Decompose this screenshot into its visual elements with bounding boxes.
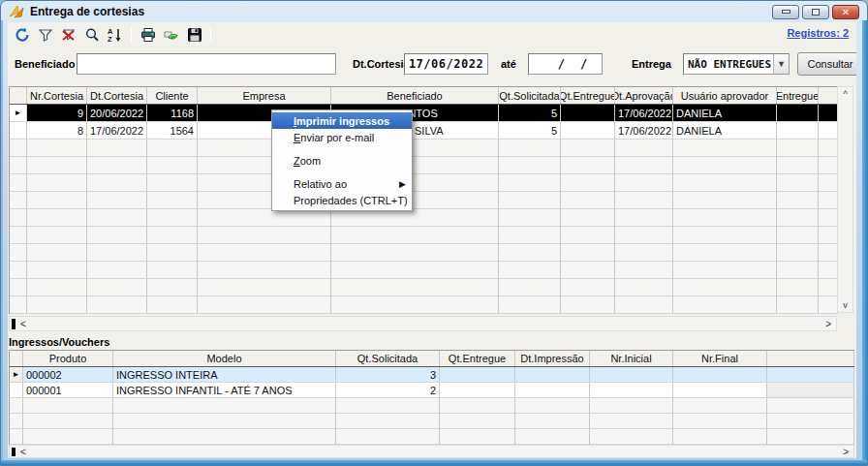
- column-header-nr-inicial[interactable]: Nr.Inicial: [590, 351, 673, 366]
- vouchers-horizontal-scrollbar[interactable]: < >: [9, 445, 854, 458]
- grid-cell: [515, 367, 590, 383]
- grid-cell: [767, 429, 854, 445]
- maximize-button[interactable]: [802, 5, 829, 19]
- column-header-qt-solicitada[interactable]: Qt.Solicitada: [336, 351, 440, 366]
- scroll-left-icon[interactable]: <: [16, 319, 31, 329]
- empty-row: [10, 414, 854, 429]
- filter-icon: [38, 27, 53, 43]
- clear-filter-button[interactable]: [58, 24, 78, 45]
- empty-row: [10, 279, 838, 296]
- column-header-qt-entregue[interactable]: Qt.Entregue: [440, 351, 515, 366]
- voucher-row-selected[interactable]: ► 000002 INGRESSO INTEIRA 3: [10, 367, 854, 383]
- send-email-icon: [164, 27, 179, 43]
- ate-date-input[interactable]: / /: [528, 53, 603, 75]
- column-header-entregue[interactable]: Entregue: [777, 87, 819, 104]
- menu-item-propriedades[interactable]: Propriedades (CTRL+T): [272, 192, 412, 208]
- dt-cortesia-input[interactable]: 17/06/2022: [404, 53, 488, 75]
- grid-cell: [87, 140, 147, 157]
- menu-separator: [274, 171, 410, 172]
- beneficiado-input[interactable]: [77, 53, 336, 75]
- grid-cell: [561, 296, 615, 314]
- menu-item-label: Propriedades (CTRL+T): [294, 195, 408, 206]
- column-header-dt-aprovacao[interactable]: Dt.Aprovação: [615, 87, 673, 104]
- titlebar: Entrega de cortesias ✕: [1, 1, 867, 22]
- consultar-button[interactable]: Consultar: [797, 52, 856, 76]
- grid-cell: [440, 429, 515, 445]
- column-header-qt-entregue[interactable]: Qt.Entregue: [561, 87, 615, 104]
- empty-rows-area: [10, 398, 854, 445]
- sort-button[interactable]: A Z: [105, 24, 125, 45]
- row-marker-icon: ►: [10, 367, 23, 383]
- marker-column-header: [10, 351, 23, 366]
- menu-item-enviar-email[interactable]: Enviar por e-mail: [272, 129, 412, 145]
- grid-cell: [27, 279, 87, 296]
- column-header-dt-impressao[interactable]: Dt.Impressão: [515, 351, 590, 366]
- scroll-right-icon[interactable]: >: [821, 319, 836, 329]
- voucher-row[interactable]: 000001 INGRESSO INFANTIL - ATÉ 7 ANOS 2: [10, 383, 854, 398]
- grid-cell: [147, 140, 198, 157]
- grid-cell: [10, 262, 27, 279]
- grid-cell: [777, 192, 819, 209]
- column-header-produto[interactable]: Produto: [23, 351, 113, 366]
- menu-separator: [274, 148, 410, 149]
- vouchers-grid: Produto Modelo Qt.Solicitada Qt.Entregue…: [9, 350, 854, 445]
- empty-row: [10, 174, 838, 192]
- scroll-down-icon[interactable]: v: [843, 298, 848, 312]
- grid-cell: [673, 279, 777, 296]
- column-header-cliente[interactable]: Cliente: [147, 87, 198, 104]
- column-header-qt-solicitada[interactable]: Qt.Solicitada: [499, 87, 561, 104]
- save-button[interactable]: [184, 24, 204, 45]
- menu-item-label: oom: [300, 155, 321, 167]
- grid-cell: [87, 209, 147, 227]
- grid-cell: [777, 157, 819, 174]
- scroll-up-icon[interactable]: ^: [843, 87, 847, 101]
- grid-cell: [673, 157, 777, 174]
- scroll-left-icon[interactable]: <: [16, 447, 31, 457]
- scroll-right-icon[interactable]: >: [838, 447, 853, 457]
- grid-cell: 9: [27, 105, 87, 122]
- column-header-nr-final[interactable]: Nr.Final: [673, 351, 767, 366]
- grid-cell: [10, 244, 27, 262]
- grid-cell: [440, 367, 515, 383]
- grid-cell: [331, 244, 499, 262]
- filter-button[interactable]: [35, 24, 55, 45]
- column-header-beneficiado[interactable]: Beneficiado: [331, 87, 499, 104]
- horizontal-scrollbar[interactable]: < >: [9, 316, 837, 331]
- vertical-scrollbar[interactable]: ^ v: [837, 86, 853, 313]
- grid-cell: [10, 296, 27, 314]
- table-row[interactable]: 8 17/06/2022 1564 SILVA 5 17/06/2022 DAN…: [10, 122, 838, 140]
- entrega-select[interactable]: NÃO ENTREGUES ▼: [683, 53, 790, 75]
- column-header-nr-cortesia[interactable]: Nr.Cortesia: [27, 87, 87, 104]
- chevron-down-icon[interactable]: ▼: [773, 54, 789, 74]
- column-header-dt-cortesia[interactable]: Dt.Cortesia: [87, 87, 147, 104]
- minimize-button[interactable]: [772, 5, 799, 19]
- window-border: [1, 20, 3, 465]
- close-button[interactable]: ✕: [832, 5, 859, 19]
- grid-cell: [87, 296, 147, 314]
- grid-cell: 1168: [147, 105, 198, 122]
- print-button[interactable]: [138, 24, 158, 45]
- column-header-modelo[interactable]: Modelo: [113, 351, 336, 366]
- menu-item-zoom[interactable]: Zoom: [272, 152, 412, 169]
- grid-cell: [10, 429, 23, 445]
- grid-cell: [615, 227, 673, 244]
- grid-cell: [819, 279, 838, 296]
- table-row-selected[interactable]: ► 9 20/06/2022 1168 CRISTIANE SANTOS 5 1…: [10, 105, 838, 122]
- send-email-button[interactable]: [161, 24, 181, 45]
- marker-column-header: [10, 87, 27, 104]
- column-header-empresa[interactable]: Empresa: [198, 87, 331, 104]
- menu-item-relativo-ao[interactable]: Relativo ao ▶: [272, 175, 412, 192]
- menu-item-accel: Z: [294, 155, 300, 167]
- search-button[interactable]: [81, 24, 102, 45]
- grid-cell: [27, 227, 87, 244]
- menu-item-accel: E: [294, 132, 300, 143]
- grid-cell: [336, 398, 440, 414]
- column-header-usuario-aprovador[interactable]: Usuário aprovador: [673, 87, 777, 104]
- grid-cell: [198, 262, 331, 279]
- menu-item-imprimir-ingressos[interactable]: Imprimir ingressos: [272, 112, 412, 129]
- refresh-button[interactable]: [12, 24, 32, 45]
- grid-cell: [440, 414, 515, 429]
- menu-item-label: Relativo ao: [294, 178, 347, 190]
- grid-cell: [27, 157, 87, 174]
- registros-link[interactable]: Registros: 2: [787, 27, 849, 39]
